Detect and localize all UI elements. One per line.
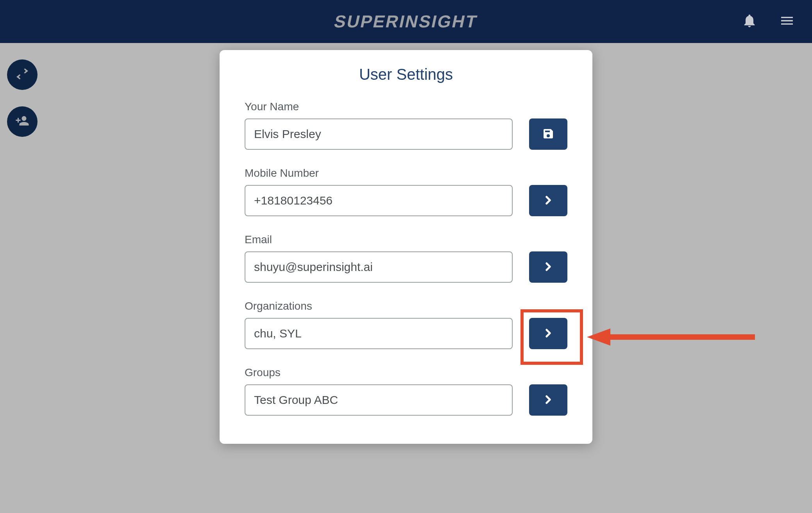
- chevron-right-icon: [542, 326, 555, 341]
- groups-next-button[interactable]: [529, 384, 567, 416]
- groups-input[interactable]: [245, 384, 513, 416]
- header-actions: [740, 0, 796, 43]
- modal-title: User Settings: [245, 66, 567, 83]
- name-input[interactable]: [245, 118, 513, 150]
- hamburger-icon: [779, 13, 795, 30]
- brand-logo: SUPERINSIGHT: [333, 12, 480, 31]
- mobile-input[interactable]: [245, 185, 513, 216]
- email-next-button[interactable]: [529, 251, 567, 283]
- email-label: Email: [245, 233, 567, 246]
- mobile-next-button[interactable]: [529, 185, 567, 216]
- chevron-right-icon: [542, 194, 555, 208]
- organizations-label: Organizations: [245, 300, 567, 312]
- save-icon: [542, 127, 554, 141]
- field-organizations: Organizations: [245, 300, 567, 349]
- groups-label: Groups: [245, 366, 567, 379]
- chevron-right-icon: [542, 393, 555, 407]
- field-groups: Groups: [245, 366, 567, 416]
- field-email: Email: [245, 233, 567, 283]
- organizations-input[interactable]: [245, 318, 513, 349]
- chevron-right-icon: [542, 260, 555, 274]
- organizations-next-button[interactable]: [529, 318, 567, 349]
- field-mobile: Mobile Number: [245, 167, 567, 216]
- notifications-button[interactable]: [740, 12, 759, 31]
- bell-icon: [742, 13, 757, 30]
- mobile-label: Mobile Number: [245, 167, 567, 179]
- app-header: SUPERINSIGHT: [0, 0, 812, 43]
- menu-button[interactable]: [778, 12, 796, 31]
- email-input[interactable]: [245, 251, 513, 283]
- name-label: Your Name: [245, 100, 567, 113]
- user-settings-modal: User Settings Your Name Mobile Number Em…: [220, 50, 592, 444]
- save-name-button[interactable]: [529, 118, 567, 150]
- field-name: Your Name: [245, 100, 567, 150]
